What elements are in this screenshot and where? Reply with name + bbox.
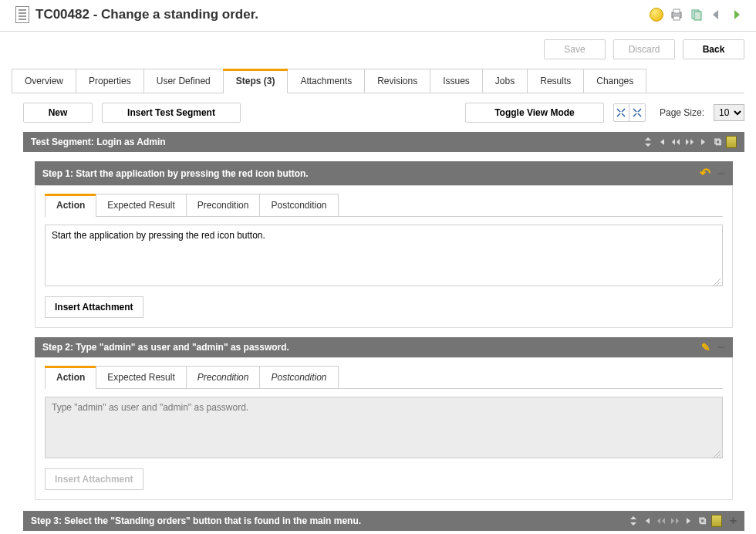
first-icon[interactable] xyxy=(642,515,653,526)
delete-step-icon[interactable] xyxy=(711,515,722,527)
step-1-label: Step 1: Start the application by pressin… xyxy=(42,168,700,179)
page-header: TC00482 - Change a standing order. xyxy=(0,0,756,32)
step-2-header: Step 2: Type "admin" as user and "admin"… xyxy=(35,337,733,357)
step-2-body: Action Expected Result Precondition Post… xyxy=(35,357,733,500)
step-2-tab-expected[interactable]: Expected Result xyxy=(96,366,186,388)
step-2-tab-postcondition[interactable]: Postcondition xyxy=(259,366,338,388)
next-icon[interactable] xyxy=(670,515,680,526)
tab-properties[interactable]: Properties xyxy=(76,69,144,93)
tab-jobs[interactable]: Jobs xyxy=(482,69,528,93)
prev-icon[interactable] xyxy=(656,515,667,526)
svg-rect-1 xyxy=(673,9,680,13)
next-icon[interactable] xyxy=(684,137,695,147)
page-size-label: Page Size: xyxy=(660,107,704,118)
tab-attachments[interactable]: Attachments xyxy=(287,69,365,93)
document-icon xyxy=(15,6,29,23)
last-icon[interactable] xyxy=(683,515,694,526)
step-2-tab-precondition[interactable]: Precondition xyxy=(186,366,261,388)
tab-revisions[interactable]: Revisions xyxy=(364,69,430,93)
first-icon[interactable] xyxy=(656,137,667,147)
edit-icon[interactable]: ✎ xyxy=(701,341,710,353)
step-3-label: Step 3: Select the "Standing orders" but… xyxy=(31,515,628,526)
step-1-body: Action Expected Result Precondition Post… xyxy=(35,185,733,328)
print-icon[interactable] xyxy=(669,7,684,22)
insert-attachment-button: Insert Attachment xyxy=(45,468,143,490)
tab-results[interactable]: Results xyxy=(527,69,584,93)
last-icon[interactable] xyxy=(698,137,709,147)
step-2-tab-action[interactable]: Action xyxy=(45,366,96,388)
save-button[interactable]: Save xyxy=(544,39,606,59)
toggle-view-mode-button[interactable]: Toggle View Mode xyxy=(465,103,604,123)
step-1-tabs: Action Expected Result Precondition Post… xyxy=(45,194,723,217)
collapse-icon[interactable]: − xyxy=(717,170,725,177)
insert-attachment-button[interactable]: Insert Attachment xyxy=(45,296,143,318)
main-tabs: Overview Properties User Defined Steps (… xyxy=(12,69,744,93)
step-1-tab-postcondition[interactable]: Postcondition xyxy=(259,194,338,216)
new-button[interactable]: New xyxy=(23,103,93,123)
collapse-all-icon[interactable] xyxy=(614,104,629,121)
step-1-action-input[interactable]: Start the application by pressing the re… xyxy=(45,225,723,286)
test-segment-header: Test Segment: Login as Admin ⧉ xyxy=(23,132,744,152)
test-segment-label: Test Segment: Login as Admin xyxy=(31,137,643,147)
page-title: TC00482 - Change a standing order. xyxy=(35,7,258,22)
nav-forward-icon[interactable] xyxy=(729,7,744,22)
svg-rect-2 xyxy=(673,16,680,20)
expand-all-icon[interactable] xyxy=(629,104,645,121)
tab-steps[interactable]: Steps (3) xyxy=(223,69,289,93)
duplicate-icon[interactable] xyxy=(689,7,704,22)
status-orb-icon[interactable] xyxy=(649,7,664,22)
header-toolbar xyxy=(649,7,744,22)
collapse-icon[interactable]: − xyxy=(717,343,725,351)
expand-icon[interactable]: + xyxy=(730,517,737,525)
step-1-tab-expected[interactable]: Expected Result xyxy=(96,194,186,216)
step-2-label: Step 2: Type "admin" as user and "admin"… xyxy=(42,342,701,353)
delete-segment-icon[interactable] xyxy=(726,136,737,148)
step-1-header: Step 1: Start the application by pressin… xyxy=(35,161,733,185)
sort-icon[interactable] xyxy=(628,515,639,526)
step-1-tab-precondition[interactable]: Precondition xyxy=(186,194,261,216)
tab-user-defined[interactable]: User Defined xyxy=(143,69,224,93)
resize-handle-icon xyxy=(713,451,721,458)
sort-icon[interactable] xyxy=(643,137,653,147)
tab-changes[interactable]: Changes xyxy=(583,69,646,93)
view-size-icons xyxy=(613,103,646,122)
copy-step-icon[interactable]: ⧉ xyxy=(697,515,708,526)
copy-segment-icon[interactable]: ⧉ xyxy=(712,137,723,147)
action-bar: Save Discard Back xyxy=(0,32,756,69)
tab-issues[interactable]: Issues xyxy=(430,69,483,93)
steps-toolbar: New Insert Test Segment Toggle View Mode… xyxy=(0,93,756,129)
back-button[interactable]: Back xyxy=(683,39,744,59)
resize-handle-icon xyxy=(713,279,721,286)
prev-icon[interactable] xyxy=(670,137,681,147)
tab-overview[interactable]: Overview xyxy=(12,69,76,93)
page-size-select[interactable]: 10 xyxy=(714,104,744,121)
revert-icon[interactable]: ↶ xyxy=(700,165,710,181)
insert-test-segment-button[interactable]: Insert Test Segment xyxy=(102,103,241,123)
step-1-tab-action[interactable]: Action xyxy=(45,194,96,216)
step-3-header: Step 3: Select the "Standing orders" but… xyxy=(23,511,744,531)
svg-rect-4 xyxy=(694,12,701,20)
nav-back-icon[interactable] xyxy=(709,7,724,22)
step-2-tabs: Action Expected Result Precondition Post… xyxy=(45,366,723,389)
discard-button[interactable]: Discard xyxy=(613,39,675,59)
step-2-action-input: Type "admin" as user and "admin" as pass… xyxy=(45,397,723,458)
